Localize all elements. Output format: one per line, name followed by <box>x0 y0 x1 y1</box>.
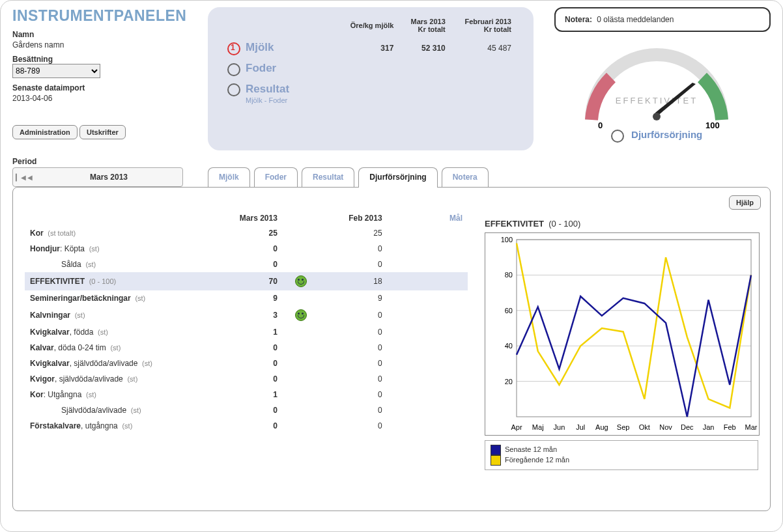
svg-text:Jul: Jul <box>576 423 585 431</box>
tab-mjölk[interactable]: Mjölk <box>208 167 250 188</box>
col-feb-h: Februari 2013 <box>464 18 511 25</box>
table-row: Kor (st totalt)2525 <box>25 225 468 241</box>
table-row: Hondjur: Köpta (st)00 <box>25 241 468 257</box>
svg-text:Feb: Feb <box>724 423 736 431</box>
period-bar: ▎◀ ◀ Mars 2013 <box>12 167 183 187</box>
radio-djur[interactable] <box>611 130 624 143</box>
chart-title: EFFEKTIVITET (0 - 100) <box>485 219 758 229</box>
table-row: Förstakalvare, utgångna (st)00 <box>25 418 468 434</box>
table-row: Självdöda/avlivade (st)00 <box>25 402 468 418</box>
table-row: Kor: Utgångna (st)10 <box>25 387 468 402</box>
smile-icon <box>295 309 307 321</box>
namn-label: Namn <box>12 30 208 39</box>
svg-text:Sep: Sep <box>617 423 630 431</box>
mjolk-orekg: 317 <box>337 38 397 58</box>
table-row: Kalvar, döda 0-24 tim (st)00 <box>25 340 468 356</box>
tab-djurförsörjning[interactable]: Djurförsörjning <box>358 167 437 188</box>
period-prev-icon[interactable]: ▎◀ ◀ <box>13 174 35 181</box>
svg-text:Nov: Nov <box>659 423 672 431</box>
table-row: Kvigkalvar, födda (st)10 <box>25 324 468 340</box>
radio-mjolk[interactable] <box>227 42 240 55</box>
import-label: Senaste dataimport <box>12 83 208 92</box>
table-row: Sålda (st)00 <box>25 257 468 272</box>
svg-text:EFFEKTIVITET: EFFEKTIVITET <box>616 96 698 105</box>
table-row: Kvigor, självdöda/avlivade (st)00 <box>25 371 468 387</box>
svg-text:Jan: Jan <box>703 423 715 431</box>
efficiency-chart: 20406080100AprMajJunJulAugSepOktNovDecJa… <box>485 232 760 436</box>
table-row: Kalvningar (st)30 <box>25 306 468 324</box>
svg-point-4 <box>653 113 661 120</box>
svg-text:Okt: Okt <box>639 423 650 431</box>
svg-text:80: 80 <box>505 271 513 279</box>
col-mars-h: Mars 2013 <box>411 18 446 25</box>
svg-text:20: 20 <box>505 378 513 385</box>
th-prev: Feb 2013 <box>312 211 387 225</box>
svg-text:Apr: Apr <box>511 423 522 431</box>
besattning-select[interactable]: 88-789 <box>12 64 100 78</box>
svg-text:Mar: Mar <box>745 423 758 431</box>
table-row: EFFEKTIVITET (0 - 100)7018 <box>25 272 468 290</box>
smile-icon <box>295 275 307 287</box>
svg-text:100: 100 <box>705 120 720 130</box>
svg-text:Aug: Aug <box>595 423 608 431</box>
th-goal: Mål <box>388 211 468 225</box>
import-value: 2013-04-06 <box>12 94 208 103</box>
content-panel: Hjälp Mars 2013 Feb 2013 Mål Kor (st tot… <box>12 187 771 511</box>
notera-box: Notera: 0 olästa meddelanden <box>554 7 771 32</box>
help-button[interactable]: Hjälp <box>729 195 761 210</box>
administration-button[interactable]: Administration <box>12 125 78 139</box>
table-row: Kvigkalvar, självdöda/avlivade (st)00 <box>25 356 468 371</box>
period-label: Period <box>12 157 771 166</box>
namn-value: Gårdens namn <box>12 40 208 49</box>
svg-text:100: 100 <box>501 236 513 244</box>
mjolk-feb: 45 487 <box>451 38 515 58</box>
utskrifter-button[interactable]: Utskrifter <box>79 125 126 139</box>
svg-text:40: 40 <box>505 342 513 350</box>
svg-text:Jun: Jun <box>554 423 565 431</box>
radio-foder[interactable] <box>227 63 240 76</box>
period-text: Mars 2013 <box>35 173 182 182</box>
svg-text:Maj: Maj <box>532 423 544 431</box>
efficiency-gauge: EFFEKTIVITET 0 100 Djurförsörjning <box>572 45 741 143</box>
djurforsorjning-link[interactable]: Djurförsörjning <box>631 129 702 140</box>
col-orekg: Öre/kg mjölk <box>337 18 397 37</box>
mjolk-mars: 52 310 <box>399 38 449 58</box>
tab-foder[interactable]: Foder <box>254 167 298 188</box>
svg-text:Dec: Dec <box>681 423 694 431</box>
page-title: INSTRUMENTPANELEN <box>12 7 208 25</box>
svg-text:0: 0 <box>598 120 603 130</box>
tab-resultat[interactable]: Resultat <box>302 167 354 188</box>
svg-text:60: 60 <box>505 307 513 315</box>
table-row: Semineringar/betäckningar (st)99 <box>25 290 468 306</box>
besattning-label: Besättning <box>12 55 208 64</box>
summary-panel: Öre/kg mjölk Mars 2013Kr totalt Februari… <box>208 7 534 150</box>
tab-notera[interactable]: Notera <box>442 167 489 188</box>
chart-legend: Senaste 12 månFöregående 12 mån <box>485 440 758 470</box>
th-cur: Mars 2013 <box>207 211 283 225</box>
radio-resultat[interactable] <box>227 83 240 96</box>
